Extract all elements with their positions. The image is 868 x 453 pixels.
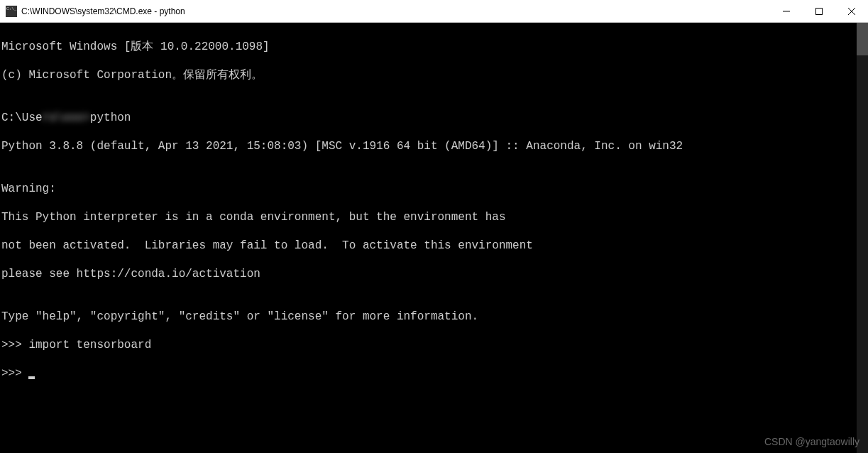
scrollbar-thumb[interactable] [857, 23, 868, 55]
window-title: C:\WINDOWS\system32\CMD.exe - python [21, 6, 185, 16]
terminal-line: Microsoft Windows [版本 10.0.22000.1098] [1, 40, 868, 54]
terminal-line: (c) Microsoft Corporation。保留所有权利。 [1, 68, 868, 82]
terminal-line: This Python interpreter is in a conda en… [1, 210, 868, 224]
prompt-suffix: python [90, 111, 131, 124]
close-button[interactable] [835, 0, 868, 22]
terminal-output[interactable]: Microsoft Windows [版本 10.0.22000.1098] (… [0, 23, 868, 453]
prompt: >>> [1, 367, 28, 380]
terminal-line: please see https://conda.io/activation [1, 267, 868, 281]
maximize-button[interactable] [803, 0, 835, 22]
svg-rect-1 [816, 8, 823, 14]
prompt-prefix: C:\Use [1, 111, 43, 124]
terminal-line: >>> [1, 366, 868, 381]
watermark: CSDN @yangtaowilly [764, 436, 859, 447]
titlebar-left: C:\WINDOWS\system32\CMD.exe - python [0, 6, 185, 17]
window-titlebar: C:\WINDOWS\system32\CMD.exe - python [0, 0, 868, 23]
terminal-line: >>> import tensorboard [1, 338, 868, 352]
terminal-line: C:\Users\xxx>python [1, 111, 868, 125]
terminal-line: Python 3.8.8 (default, Apr 13 2021, 15:0… [1, 139, 868, 153]
terminal-line: Warning: [1, 182, 868, 196]
terminal-line: Type "help", "copyright", "credits" or "… [1, 310, 868, 324]
prompt-blurred: rs\xxx> [43, 111, 90, 125]
minimize-button[interactable] [770, 0, 803, 22]
scrollbar-track[interactable] [857, 23, 868, 453]
terminal-line: not been activated. Libraries may fail t… [1, 239, 868, 253]
cmd-icon [6, 6, 17, 17]
window-controls [770, 0, 868, 22]
cursor [28, 376, 35, 379]
